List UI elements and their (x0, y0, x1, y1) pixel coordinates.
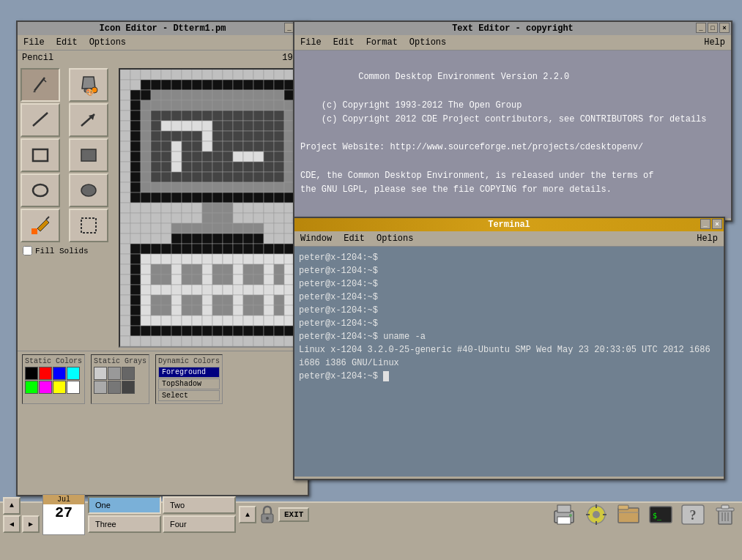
color-magenta[interactable] (39, 381, 52, 394)
maximize-button[interactable]: □ (708, 23, 718, 33)
svg-point-23 (569, 514, 572, 517)
menu-options[interactable]: Options (88, 37, 127, 48)
gray-3[interactable] (122, 367, 135, 380)
svg-point-25 (593, 511, 600, 518)
pixel-canvas[interactable] (120, 70, 305, 346)
workspace-four[interactable]: Four (163, 515, 236, 533)
taskbar: ▲ ◀ ▶ Jul 27 One Two Three Four ▲ (0, 501, 742, 560)
gray-4[interactable] (94, 381, 107, 394)
pencil-tool[interactable] (21, 68, 60, 102)
nav-up-button[interactable]: ▲ (3, 497, 21, 515)
terminal-cursor (383, 371, 389, 381)
menu-edit[interactable]: Edit (332, 37, 356, 48)
svg-point-19 (266, 517, 269, 520)
gray-5[interactable] (108, 381, 121, 394)
menu-options[interactable]: Options (375, 233, 415, 244)
terminal-line-3: peter@x-1204:~$ (299, 277, 719, 291)
terminal-body[interactable]: peter@x-1204:~$ peter@x-1204:~$ peter@x-… (294, 247, 724, 477)
dynamic-color-list: Foreground TopShadow Select (158, 367, 220, 401)
line-tool[interactable] (21, 103, 60, 137)
filled-rect-tool[interactable] (69, 138, 108, 172)
workspace-three[interactable]: Three (88, 515, 161, 533)
file-manager-icon[interactable] (615, 501, 642, 529)
minimize-button[interactable]: _ (696, 23, 706, 33)
menu-edit[interactable]: Edit (342, 233, 366, 244)
terminal-line-1: peter@x-1204:~$ (299, 251, 719, 264)
fill-solids-checkbox[interactable] (23, 246, 32, 255)
color-blue[interactable] (53, 367, 66, 380)
menu-file[interactable]: File (22, 37, 46, 48)
settings-icon[interactable] (582, 501, 610, 529)
terminal-line-8: Linux x-1204 3.2.0-25-generic #40-Ubuntu… (299, 343, 719, 370)
svg-marker-3 (82, 77, 95, 89)
close-button[interactable]: × (712, 219, 722, 229)
gray-6[interactable] (122, 381, 135, 394)
rectangle-tool[interactable] (21, 138, 60, 172)
color-picker-tool[interactable] (21, 209, 60, 242)
paint-bucket-tool[interactable]: 🎨 (69, 68, 108, 102)
menu-help[interactable]: Help (702, 37, 727, 48)
color-green[interactable] (25, 381, 38, 394)
color-white[interactable] (67, 381, 80, 394)
svg-rect-31 (618, 505, 628, 509)
color-red[interactable] (39, 367, 52, 380)
terminal-title: Terminal (488, 220, 530, 230)
text-editor-body[interactable]: Common Desktop Environment Version 2.2.0… (294, 51, 731, 218)
dynamic-item-topshadow[interactable]: TopShadow (158, 378, 220, 389)
menu-format[interactable]: Format (365, 37, 399, 48)
menu-edit[interactable]: Edit (55, 37, 79, 48)
svg-point-13 (81, 184, 96, 196)
select-tool[interactable] (69, 209, 108, 242)
color-cyan[interactable] (67, 367, 80, 380)
svg-line-7 (33, 113, 48, 126)
color-yellow[interactable] (53, 381, 66, 394)
color-black[interactable] (25, 367, 38, 380)
close-button[interactable]: × (719, 23, 730, 33)
dynamic-item-select[interactable]: Select (158, 390, 220, 401)
icon-canvas[interactable] (119, 68, 305, 348)
gray-1[interactable] (94, 367, 107, 380)
calendar-day: 27 (55, 504, 73, 522)
terminal-icon[interactable]: $_ (647, 501, 675, 529)
trash-icon[interactable] (711, 501, 739, 529)
dynamic-colors-section: Dynamic Colors Foreground TopShadow Sele… (155, 354, 223, 404)
static-colors-section: Static Colors (22, 354, 85, 404)
minimize-button[interactable]: _ (700, 219, 711, 229)
nav-fwd-button[interactable]: ▶ (22, 515, 40, 533)
text-editor-titlebar: Text Editor - copyright _ □ × (294, 22, 731, 35)
arrow-tool[interactable] (69, 103, 108, 137)
nav-back-button[interactable]: ◀ (3, 515, 21, 533)
svg-text:🎨: 🎨 (86, 88, 94, 96)
taskbar-icons: $_ ? (550, 501, 739, 529)
tool-grid: 🎨 (21, 68, 116, 242)
svg-rect-30 (618, 508, 639, 523)
exit-button[interactable]: EXIT (278, 507, 309, 522)
printer-icon[interactable] (550, 501, 578, 529)
gray-2[interactable] (108, 367, 121, 380)
dynamic-item-foreground[interactable]: Foreground (158, 367, 220, 378)
menu-window[interactable]: Window (299, 233, 333, 244)
calendar[interactable]: Jul 27 (42, 494, 85, 535)
svg-text:?: ? (690, 508, 697, 523)
icon-editor-title: Icon Editor - Dtterm1.pm (100, 23, 226, 34)
lock-icon (259, 504, 275, 525)
workspace-one[interactable]: One (88, 496, 161, 514)
terminal-titlebar: Terminal _ × (294, 218, 724, 231)
filled-ellipse-tool[interactable] (69, 173, 108, 207)
static-colors-label: Static Colors (25, 357, 82, 365)
calendar-month: Jul (43, 495, 84, 504)
svg-rect-21 (557, 505, 571, 512)
gray-grid (94, 367, 146, 394)
nav-up2-button[interactable]: ▲ (239, 506, 256, 523)
menu-file[interactable]: File (299, 37, 323, 48)
menu-options[interactable]: Options (408, 37, 448, 48)
icon-editor-menubar: File Edit Options (18, 35, 308, 51)
icon-editor-titlebar: Icon Editor - Dtterm1.pm _ × (18, 22, 308, 35)
help-icon[interactable]: ? (679, 501, 707, 529)
ellipse-tool[interactable] (21, 173, 60, 207)
workspace-two[interactable]: Two (163, 496, 236, 514)
toolbar-area: Pencil 19x5 (18, 51, 308, 65)
svg-point-12 (33, 184, 48, 196)
svg-line-2 (43, 79, 46, 82)
menu-help[interactable]: Help (695, 233, 719, 244)
